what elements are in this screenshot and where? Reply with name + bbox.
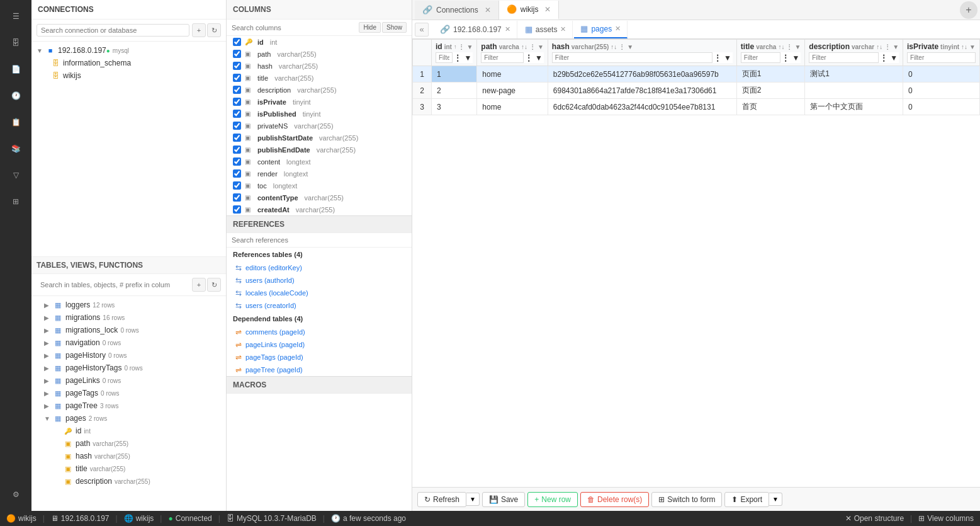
filter-menu-title[interactable]: ⋮ (780, 54, 791, 62)
tree-item-pages-path[interactable]: ▣ path varchar(255) (31, 437, 226, 450)
filter-sort-path[interactable]: ▼ (534, 54, 544, 62)
ref-item-users-author[interactable]: ⇆ users (authorId) (227, 274, 412, 287)
col-checkbox-toc[interactable] (233, 181, 241, 190)
refresh-button[interactable]: ↻ Refresh (417, 492, 466, 507)
tree-item-migrations-lock[interactable]: ▶ ▦ migrations_lock 0 rows (31, 324, 226, 336)
col-header-path-filter[interactable]: ▼ (538, 43, 544, 50)
tab-connections[interactable]: 🔗 Connections ✕ (415, 1, 499, 20)
hamburger-menu-button[interactable]: ☰ (4, 5, 27, 28)
add-connection-button[interactable]: + (192, 23, 206, 37)
col-checkbox-contentType[interactable] (233, 193, 241, 202)
col-checkbox-publishStartDate[interactable] (233, 134, 241, 142)
status-open-structure[interactable]: ✕ Open structure (845, 514, 904, 523)
cell-path-2[interactable]: new-page (477, 83, 548, 99)
book-icon-button[interactable]: 📚 (4, 137, 27, 160)
filter-input-description[interactable] (809, 52, 879, 63)
col-header-desc-menu[interactable]: ⋮ (884, 43, 891, 50)
tree-item-wikijs[interactable]: 🗄 wikijs (31, 69, 226, 82)
col-checkbox-isPrivate[interactable] (233, 98, 241, 106)
tree-item-pages-hash[interactable]: ▣ hash varchar(255) (31, 450, 226, 462)
table-row[interactable]: 3 3 home 6dc624cafd0dab4623a2f44cd0c9105… (413, 99, 980, 115)
cell-isPrivate-2[interactable]: 0 (903, 83, 980, 99)
col-header-isPrivate-sort[interactable]: ↑↓ (961, 43, 967, 50)
add-tab-button[interactable]: + (960, 1, 977, 19)
dep-item-pageTags[interactable]: ⇌ pageTags (pageId) (227, 351, 412, 363)
tree-item-pages[interactable]: ▼ ▦ pages 2 rows (31, 412, 226, 425)
col-header-isPrivate[interactable]: isPrivate tinyint ↑↓ ▼ (903, 40, 980, 66)
tree-item-loggers[interactable]: ▶ ▦ loggers 12 rows (31, 299, 226, 311)
ref-item-editors[interactable]: ⇆ editors (editorKey) (227, 261, 412, 274)
col-checkbox-createdAt[interactable] (233, 205, 241, 214)
col-checkbox-path[interactable] (233, 50, 241, 58)
connections-search-input[interactable] (37, 24, 189, 37)
cell-desc-2[interactable] (805, 83, 903, 99)
filter-sort-id[interactable]: ▼ (463, 54, 473, 62)
col-header-id[interactable]: id int ↑ ⋮ ▼ ⋮ ▼ (432, 40, 477, 66)
filter-icon-button[interactable]: ▽ (4, 164, 27, 186)
filter-input-path[interactable] (481, 52, 524, 63)
tree-item-pageLinks[interactable]: ▶ ▦ pageLinks 0 rows (31, 374, 226, 387)
add-table-button[interactable]: + (192, 278, 206, 292)
sub-tab-assets[interactable]: ▦ assets ✕ (519, 21, 573, 38)
history-icon-button[interactable]: 🕐 (4, 84, 27, 107)
tree-item-pageHistory[interactable]: ▶ ▦ pageHistory 0 rows (31, 349, 226, 362)
switch-form-button[interactable]: ⊞ Switch to form (651, 492, 722, 507)
export-dropdown-arrow[interactable]: ▼ (769, 493, 782, 506)
col-checkbox-hash[interactable] (233, 62, 241, 70)
filter-sort-description[interactable]: ▼ (889, 54, 899, 62)
filter-menu-hash[interactable]: ⋮ (712, 54, 723, 62)
cell-title-1[interactable]: 页面1 (736, 66, 805, 83)
cell-id-3[interactable]: 3 (432, 99, 477, 115)
col-header-path-sort[interactable]: ↑↓ (521, 43, 527, 50)
cell-isPrivate-3[interactable]: 0 (903, 99, 980, 115)
tree-item-pages-id[interactable]: 🔑 id int (31, 425, 226, 437)
tab-wikijs[interactable]: 🟠 wikijs ✕ (499, 1, 560, 20)
filter-input-isPrivate[interactable] (907, 52, 976, 63)
sub-tab-close-ip[interactable]: ✕ (505, 25, 510, 33)
cell-id-2[interactable]: 2 (432, 83, 477, 99)
export-button[interactable]: ⬆ Export (724, 492, 769, 507)
filter-input-hash[interactable] (552, 52, 712, 63)
dep-item-pageTree[interactable]: ⇌ pageTree (pageId) (227, 363, 412, 376)
hide-button[interactable]: Hide (359, 22, 381, 33)
cell-isPrivate-1[interactable]: 0 (903, 66, 980, 83)
filter-menu-id[interactable]: ⋮ (453, 54, 463, 62)
refresh-connections-button[interactable]: ↻ (207, 23, 221, 37)
col-checkbox-description[interactable] (233, 86, 241, 94)
tree-item-pageHistoryTags[interactable]: ▶ ▦ pageHistoryTags 0 rows (31, 362, 226, 374)
col-header-hash-menu[interactable]: ⋮ (619, 43, 625, 50)
nav-collapse-button[interactable]: « (415, 23, 429, 37)
cell-desc-1[interactable]: 测试1 (805, 66, 903, 83)
ref-item-users-creator[interactable]: ⇆ users (creatorId) (227, 299, 412, 312)
col-checkbox-privateNS[interactable] (233, 122, 241, 130)
delete-rows-button[interactable]: 🗑 Delete row(s) (580, 492, 649, 507)
sub-tab-ip[interactable]: 🔗 192.168.0.197 ✕ (434, 21, 517, 38)
sub-tab-close-pages[interactable]: ✕ (615, 25, 621, 33)
col-header-title-menu[interactable]: ⋮ (786, 43, 792, 50)
col-header-desc-filter[interactable]: ▼ (893, 43, 899, 50)
columns-search-input[interactable] (232, 24, 356, 31)
tree-item-pageTree[interactable]: ▶ ▦ pageTree 3 rows (31, 399, 226, 412)
filter-input-id[interactable] (436, 52, 453, 63)
col-header-description[interactable]: description varchar ↑↓ ⋮ ▼ ⋮ ▼ (805, 40, 903, 66)
col-header-title-filter[interactable]: ▼ (794, 43, 801, 50)
tab-close-connections[interactable]: ✕ (485, 6, 491, 14)
cell-path-1[interactable]: home (477, 66, 548, 83)
tree-item-server[interactable]: ▼ ■ 192.168.0.197 ● mysql (31, 44, 226, 57)
save-button[interactable]: 💾 Save (482, 492, 525, 507)
filter-menu-description[interactable]: ⋮ (879, 54, 889, 62)
tree-item-info-schema[interactable]: 🗄 information_schema (31, 57, 226, 69)
settings-icon-button[interactable]: ⚙ (4, 483, 27, 506)
col-checkbox-render[interactable] (233, 169, 241, 178)
tree-item-pages-title[interactable]: ▣ title varchar(255) (31, 462, 226, 475)
cell-title-3[interactable]: 首页 (736, 99, 805, 115)
cell-hash-1[interactable]: b29b5d2ce62e55412776ab98f05631e0aa96597b (548, 66, 736, 83)
new-row-button[interactable]: + New row (527, 492, 578, 507)
col-header-hash-filter[interactable]: ▼ (627, 43, 633, 50)
col-checkbox-id[interactable] (233, 38, 241, 46)
col-header-id-sort[interactable]: ↑ (454, 43, 457, 50)
col-header-id-menu[interactable]: ⋮ (458, 43, 465, 50)
dep-item-comments[interactable]: ⇌ comments (pageId) (227, 326, 412, 338)
status-view-columns[interactable]: ⊞ View columns (918, 514, 974, 523)
tree-item-navigation[interactable]: ▶ ▦ navigation 0 rows (31, 336, 226, 349)
